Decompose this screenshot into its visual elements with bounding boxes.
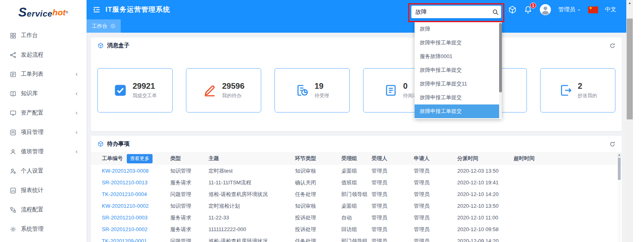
user-avatar[interactable]	[539, 4, 551, 16]
dropdown-scrollbar-thumb[interactable]	[499, 23, 502, 92]
logo-text-service: Service	[18, 5, 52, 20]
stat-icon-pie-doc	[295, 83, 309, 97]
col-ticket-id: 工单编号	[102, 155, 123, 162]
ticket-link[interactable]: TK-20201210-0004	[102, 191, 147, 197]
sidebar-icon-flow	[10, 52, 17, 58]
notification-bell-icon[interactable]: 1	[524, 5, 533, 14]
header-actions: 1 管理员 ★ 中文	[508, 0, 616, 19]
sidebar-icon-grid	[10, 32, 17, 39]
chevron-icon	[74, 72, 79, 77]
chevron-icon	[74, 91, 79, 96]
sidebar-item-个人设置[interactable]: 个人设置	[0, 161, 87, 181]
ticket-link[interactable]: KW-20201210-0002	[102, 203, 149, 209]
ticket-link[interactable]: KW-20201203-0008	[102, 168, 149, 174]
sidebar-item-工作台[interactable]: 工作台	[0, 26, 87, 45]
apps-cube-icon[interactable]	[508, 5, 517, 14]
chevron-icon	[74, 111, 79, 116]
sidebar-item-知识库[interactable]: 知识库	[0, 84, 87, 103]
stat-card-抄送我的[interactable]: 2 抄送我的	[540, 68, 615, 113]
sidebar-item-资产配置[interactable]: 资产配置	[0, 103, 87, 123]
sidebar-item-值班管理[interactable]: 值班管理	[0, 142, 87, 161]
chevron-icon	[74, 130, 79, 135]
todo-title: 待办事项	[107, 140, 130, 148]
sidebar-collapse-icon[interactable]	[92, 5, 101, 14]
search-suggestion-故障申报工单提交11[interactable]: 故障申报工单提交11	[415, 77, 502, 91]
sidebar-icon-monitor	[10, 110, 17, 117]
refresh-icon[interactable]	[609, 141, 615, 147]
sidebar-item-报表统计[interactable]: 报表统计	[0, 181, 87, 200]
main-content: 消息盒子 29921 我提交工单 29596 我的待办	[87, 33, 626, 242]
message-box-card: 消息盒子 29921 我提交工单 29596 我的待办	[91, 38, 622, 131]
search-suggestion-故障申报工单提交[interactable]: 故障申报工单提交	[415, 104, 502, 118]
app-title: IT服务运营管理系统	[105, 0, 170, 19]
ticket-link[interactable]: TK-20201209-0001	[102, 238, 147, 242]
china-flag-icon: ★	[588, 6, 598, 13]
sidebar-item-项目管理[interactable]: 项目管理	[0, 123, 87, 142]
table-row-SR-20201210-0003[interactable]: SR-20201210-0003 服务请求 11-22-33 投诉处理 自动 管…	[91, 212, 622, 223]
sidebar-icon-list	[10, 71, 17, 78]
message-box-header: 消息盒子	[91, 38, 622, 54]
message-box-title: 消息盒子	[107, 42, 130, 49]
tab-workbench[interactable]: 工作台	[87, 19, 121, 33]
page-scrollbar-thumb[interactable]	[627, 19, 633, 119]
tab-close-icon[interactable]	[110, 23, 116, 29]
stat-card-我提交工单[interactable]: 29921 我提交工单	[97, 68, 173, 113]
dropdown-scrollbar[interactable]	[499, 22, 502, 118]
logo-text-hot: hot	[52, 8, 66, 17]
todo-card: 待办事项 工单编号查看更多 类型 主题 环节类型 受理组 受理人 申请人 分派时…	[91, 136, 622, 242]
sidebar-item-流程配置[interactable]: 流程配置	[0, 200, 87, 219]
sidebar-menu: 工作台 发起流程 工单列表 知识库 资产	[0, 25, 87, 239]
sidebar-icon-gear	[10, 226, 17, 233]
table-row-KW-20201203-0008[interactable]: KW-20201203-0008 知识管理 定时器test 知识审核 桌面组 管…	[91, 165, 622, 177]
search-suggestion-故障申报工单提交[interactable]: 故障申报工单提交	[415, 91, 502, 104]
sidebar-item-工单列表[interactable]: 工单列表	[0, 65, 87, 84]
scrollbar-thumb[interactable]	[618, 158, 621, 180]
search-suggestion-故障申报工单提交[interactable]: 故障申报工单提交	[415, 63, 502, 77]
table-row-TK-20201210-0004[interactable]: TK-20201210-0004 问题管理 巡检-请检查机房环境状况 任务处理 …	[91, 188, 622, 200]
search-suggestion-故障[interactable]: 故障	[415, 22, 502, 36]
scroll-up-arrow[interactable]: ▲	[626, 0, 633, 6]
ticket-link[interactable]: SR-20201210-0002	[102, 226, 147, 232]
col-subject: 主题	[208, 152, 295, 165]
table-row-SR-20201210-0013[interactable]: SR-20201210-0013 服务请求 11-11-11ITSM流程 确认关…	[91, 177, 622, 188]
stat-card-我的待办[interactable]: 29596 我的待办	[186, 68, 261, 113]
language-switcher[interactable]: 中文	[605, 6, 616, 13]
stat-icon-pencil	[203, 83, 217, 97]
view-more-button[interactable]: 查看更多	[127, 154, 153, 163]
sidebar-icon-book	[10, 90, 17, 97]
table-header-row: 工单编号查看更多 类型 主题 环节类型 受理组 受理人 申请人 分派时间 超时时…	[91, 152, 622, 165]
sidebar-icon-person	[10, 148, 17, 155]
sidebar-icon-project	[10, 129, 17, 136]
user-menu[interactable]: 管理员	[558, 6, 581, 13]
search-input[interactable]	[411, 9, 490, 15]
notification-badge: 1	[530, 2, 536, 8]
table-scrollbar[interactable]: ▲	[617, 153, 621, 242]
table-row-SR-20201210-0002[interactable]: SR-20201210-0002 服务请求 1111112222-000 投诉处…	[91, 223, 622, 235]
tab-bar: 工作台	[87, 19, 626, 33]
caret-down-icon	[577, 8, 581, 12]
col-dispatch-time: 分派时间	[457, 152, 514, 165]
search-icon[interactable]	[490, 8, 501, 16]
stat-card-待受理[interactable]: 19 待受理	[275, 68, 350, 113]
refresh-icon[interactable]	[609, 43, 615, 49]
col-step-type: 环节类型	[295, 152, 341, 165]
app-header: IT服务运营管理系统 1 管理员 ★ 中文	[87, 0, 626, 19]
search-suggestion-服务故障0001[interactable]: 服务故障0001	[415, 50, 502, 63]
sidebar-item-发起流程[interactable]: 发起流程	[0, 45, 87, 65]
page-scrollbar[interactable]: ▲	[626, 0, 633, 242]
search-suggestions-dropdown: 故障 故障申报工单提交 服务故障0001 故障申报工单提交 故障申报工单提交11…	[415, 21, 502, 119]
table-row-KW-20201210-0002[interactable]: KW-20201210-0002 知识管理 定时巡检计划 知识审核 桌面组 管理…	[91, 200, 622, 212]
search-suggestion-故障申报工单提交[interactable]: 故障申报工单提交	[415, 36, 502, 50]
col-handler: 受理人	[372, 152, 414, 165]
table-row-TK-20201209-0001[interactable]: TK-20201209-0001 问题管理 巡检-请检查机房环境状况 任务处理 …	[91, 235, 622, 242]
chevron-icon	[74, 149, 79, 154]
ticket-link[interactable]: SR-20201210-0003	[102, 215, 147, 221]
ticket-link[interactable]: SR-20201210-0013	[102, 179, 147, 186]
stat-icon-doc	[384, 83, 398, 97]
scroll-up-arrow[interactable]: ▲	[617, 153, 621, 157]
sidebar-item-系统管理[interactable]: 系统管理	[0, 219, 87, 239]
stat-cards: 29921 我提交工单 29596 我的待办 19	[91, 54, 622, 113]
todo-header: 待办事项	[91, 136, 622, 152]
global-search	[411, 6, 501, 18]
col-timeout: 超时时间	[514, 152, 622, 165]
